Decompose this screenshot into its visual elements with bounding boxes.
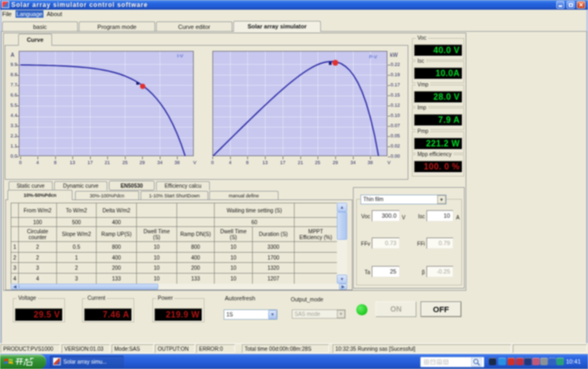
svg-text:I-V: I-V: [177, 53, 183, 58]
svg-text:P-V: P-V: [369, 54, 377, 60]
